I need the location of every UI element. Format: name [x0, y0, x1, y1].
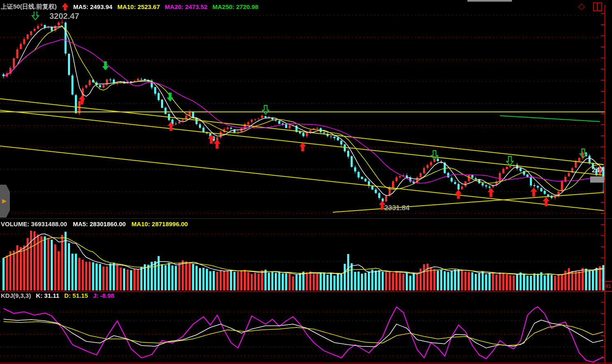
sidebar-expand-tab[interactable]: ▶ [0, 185, 10, 218]
main-chart-header: 上证50(日线.前复权) MA5: 2493.94 MA10: 2523.67 … [1, 2, 258, 12]
volume-ma5-readout: MA5: 28301860.00 [73, 220, 126, 227]
up-arrow-icon [62, 3, 68, 10]
volume-readout: VOLUME: 36931488.00 [1, 220, 67, 227]
kdj-name: KDJ(9,3,3) [1, 292, 31, 299]
split-line [597, 3, 598, 10]
volume-ma10-readout: MA10: 28718996.00 [131, 220, 188, 227]
expand-arrow-icon: ▶ [2, 197, 7, 204]
app-window: 上证50(日线.前复权) MA5: 2493.94 MA10: 2523.67 … [0, 0, 612, 364]
kdj-j-readout: J: -8.98 [93, 292, 114, 299]
last-price-label: 247 [592, 166, 603, 174]
multiplier-cell[interactable]: X1 [605, 281, 612, 292]
ma20-readout: MA20: 2473.52 [165, 3, 207, 10]
titlebar-fragment [467, 0, 512, 2]
kdj-k-readout: K: 31.11 [36, 292, 59, 299]
split-window-icon[interactable] [593, 2, 602, 11]
ma250-readout: MA250: 2720.98 [213, 3, 259, 10]
ma10-readout: MA10: 2523.67 [117, 3, 160, 10]
kdj-d-readout: D: 51.15 [64, 292, 88, 299]
low-price-label: 2331.84 [384, 204, 409, 212]
chart-title: 上证50(日线.前复权) [1, 3, 57, 11]
peak-price-label: 3202.47 [49, 12, 79, 21]
last-price-marker-box [590, 176, 604, 183]
chart-canvas[interactable] [0, 0, 612, 364]
diamond-icon[interactable]: ◇ [578, 1, 585, 11]
volume-header: VOLUME: 36931488.00 MA5: 28301860.00 MA1… [1, 220, 188, 227]
kdj-header: KDJ(9,3,3) K: 31.11 D: 51.15 J: -8.98 [1, 292, 114, 299]
ma5-readout: MA5: 2493.94 [73, 3, 112, 10]
